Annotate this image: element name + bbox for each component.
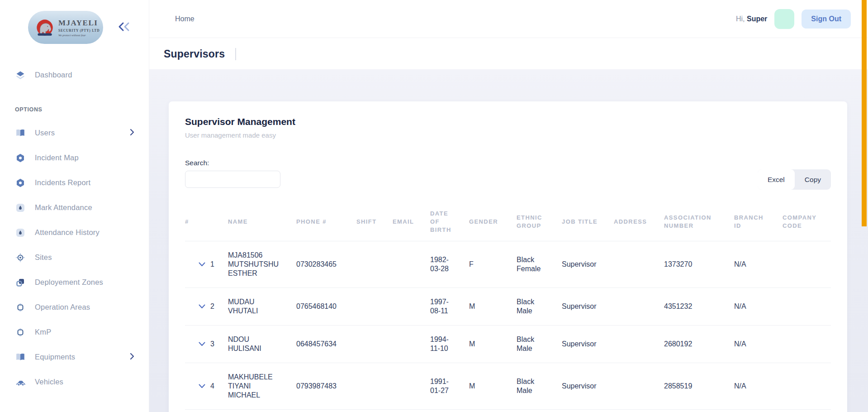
column-header-phone[interactable]: PHONE #	[296, 203, 356, 241]
dashboard-icon	[15, 70, 26, 81]
cell-shift	[356, 363, 393, 410]
column-header-company-code[interactable]: COMPANY CODE	[783, 203, 831, 241]
column-header-address[interactable]: ADDRESS	[614, 203, 664, 241]
sidebar-item-label: Attendance History	[35, 228, 100, 237]
cell-association-number: 1373270	[664, 241, 734, 288]
column-header-shift[interactable]: SHIFT	[356, 203, 393, 241]
cell-branch-id: N/A	[734, 288, 783, 326]
breadcrumb-home-link[interactable]: Home	[175, 15, 194, 23]
cell-association-number: 2680192	[664, 326, 734, 363]
sidebar-item-incident-map[interactable]: Incident Map	[0, 145, 149, 170]
logo-text: MJAYELI SECURITY (PTY) LTD We protect wi…	[58, 19, 100, 37]
sidebar-item-equipments[interactable]: Equipments	[0, 345, 149, 369]
cell-phone: 0648457634	[296, 326, 356, 363]
cell-address	[614, 326, 664, 363]
sidebar-item-label: Vehicles	[35, 378, 63, 386]
column-header-gender[interactable]: GENDER	[469, 203, 517, 241]
search-label: Search:	[185, 159, 280, 167]
sidebar-item-dashboard[interactable]: Dashboard	[0, 62, 149, 87]
topbar-right: Hi, Super Sign Out	[736, 9, 851, 29]
column-header-name[interactable]: NAME	[228, 203, 296, 241]
cell-company-code	[783, 326, 831, 363]
cell-association-number: 4351232	[664, 288, 734, 326]
sign-out-button[interactable]: Sign Out	[802, 10, 851, 29]
sidebar-item-label: Sites	[35, 253, 52, 262]
brand-name: MJAYELI	[58, 19, 100, 28]
scrollbar-thumb[interactable]	[862, 0, 867, 226]
cell-email	[393, 363, 430, 410]
sidebar-item-sites[interactable]: Sites	[0, 245, 149, 270]
row-expand-icon[interactable]	[199, 342, 205, 346]
hexagon-icon	[15, 177, 26, 188]
cell-association-number: 2858519	[664, 363, 734, 410]
sidebar-section-heading: OPTIONS	[15, 106, 149, 113]
username: Super	[747, 15, 767, 23]
sidebar-item-deployement-zones[interactable]: Deployement Zones	[0, 270, 149, 295]
sidebar-item-vehicles[interactable]: Vehicles	[0, 369, 149, 394]
sidebar: MJAYELI SECURITY (PTY) LTD We protect wi…	[0, 0, 149, 412]
column-header-job-title[interactable]: JOB TITLE	[562, 203, 614, 241]
sidebar-item-label: Incident Map	[35, 153, 79, 162]
cell-shift	[356, 288, 393, 326]
cell-job-title: Supervisor	[562, 241, 614, 288]
avatar[interactable]	[774, 9, 794, 29]
sidebar-item-mark-attendance[interactable]: Mark Attendance	[0, 195, 149, 220]
cell-name: MAKHUBELE TIYANI MICHAEL	[228, 363, 296, 410]
cell-ethnic-group: Black Male	[517, 288, 562, 326]
table-row: 2MUDAU VHUTALI07654681401997-08-11MBlack…	[185, 288, 831, 326]
cell-address	[614, 288, 664, 326]
sidebar-item-operation-areas[interactable]: Operation Areas	[0, 295, 149, 320]
cell-num: 4	[210, 382, 214, 391]
sidebar-item-label: Equipments	[35, 353, 75, 361]
cell-name: NDOU HULISANI	[228, 326, 296, 363]
cell-name: MUDAU VHUTALI	[228, 288, 296, 326]
search-block: Search:	[185, 159, 280, 188]
cell-job-title: Supervisor	[562, 288, 614, 326]
row-expand-icon[interactable]	[199, 384, 205, 388]
chevron-right-icon	[129, 353, 135, 362]
column-header-email[interactable]: EMAIL	[393, 203, 430, 241]
book-icon	[15, 352, 26, 363]
export-buttons: Excel Copy	[758, 169, 831, 190]
cell-num: 3	[210, 340, 214, 349]
row-expand-icon[interactable]	[199, 262, 205, 267]
main-content: Supervisor Management User management ma…	[149, 69, 868, 412]
cell-date-of-birth: 1997-08-11	[430, 288, 469, 326]
page-title: Supervisors	[164, 48, 225, 60]
topbar: Home Hi, Super Sign Out	[149, 0, 868, 38]
search-input[interactable]	[185, 171, 280, 188]
cell-job-title: Supervisor	[562, 363, 614, 410]
cell-shift	[356, 241, 393, 288]
card-subtitle: User management made easy	[185, 131, 831, 139]
excel-button[interactable]: Excel	[758, 169, 795, 190]
cell-company-code	[783, 363, 831, 410]
sidebar-item-users[interactable]: Users	[0, 120, 149, 145]
supervisors-table: # NAME PHONE # SHIFT EMAIL DATE OF BIRTH…	[185, 203, 831, 410]
sidebar-item-attendance-history[interactable]: Attendance History	[0, 220, 149, 245]
column-header-date-of-birth[interactable]: DATE OF BIRTH	[430, 203, 469, 241]
cell-phone: 0765468140	[296, 288, 356, 326]
column-header-branch-id[interactable]: BRANCH ID	[734, 203, 783, 241]
cell-address	[614, 363, 664, 410]
sidebar-item-label: Dashboard	[35, 71, 72, 79]
subheader: Supervisors	[149, 38, 868, 69]
cell-branch-id: N/A	[734, 326, 783, 363]
row-expand-icon[interactable]	[199, 304, 205, 309]
sidebar-item-kmp[interactable]: KmP	[0, 320, 149, 345]
rounded-square-icon	[15, 302, 26, 313]
cell-email	[393, 288, 430, 326]
copy-button[interactable]: Copy	[795, 169, 831, 190]
sidebar-collapse-icon[interactable]	[118, 22, 131, 34]
sidebar-item-incidents-report[interactable]: Incidents Report	[0, 170, 149, 195]
cell-email	[393, 326, 430, 363]
column-header-ethnic-group[interactable]: ETHNIC GROUP	[517, 203, 562, 241]
company-logo[interactable]: MJAYELI SECURITY (PTY) LTD We protect wi…	[28, 11, 103, 44]
cell-shift	[356, 326, 393, 363]
cell-job-title: Supervisor	[562, 326, 614, 363]
column-header-num[interactable]: #	[185, 203, 228, 241]
cell-ethnic-group: Black Female	[517, 241, 562, 288]
target-icon	[15, 252, 26, 263]
cell-gender: M	[469, 326, 517, 363]
cell-phone: 0793987483	[296, 363, 356, 410]
column-header-association-number[interactable]: ASSOCIATION NUMBER	[664, 203, 734, 241]
